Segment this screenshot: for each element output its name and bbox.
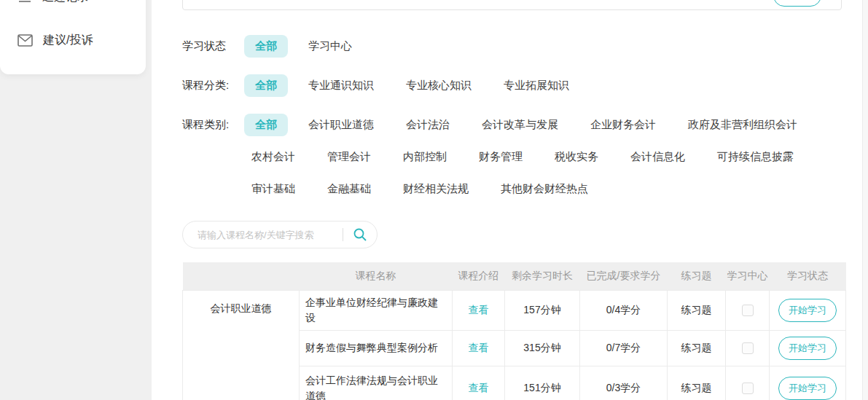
start-learning-button[interactable]: 开始学习 <box>778 337 837 360</box>
sidebar-item-label: 通过记录 <box>42 0 89 5</box>
course-search-box <box>182 221 378 248</box>
filter-option[interactable]: 其他财会财经热点 <box>501 182 588 196</box>
view-link[interactable]: 查看 <box>469 382 489 393</box>
exercise-cell: 练习题 <box>668 366 726 400</box>
filter-option[interactable]: 管理会计 <box>327 150 371 164</box>
filter-option[interactable]: 专业核心知识 <box>406 79 472 93</box>
course-intro-cell: 查看 <box>453 366 505 400</box>
status-cell: 开始学习 <box>770 366 846 400</box>
remaining-time-cell: 315分钟 <box>505 330 580 366</box>
filter-option[interactable]: 金融基础 <box>327 182 371 196</box>
filter-option[interactable]: 农村会计 <box>251 150 295 164</box>
sidebar-item-label: 建议/投诉 <box>43 33 93 48</box>
filter-options: 专业通识知识专业核心知识专业拓展知识 <box>308 79 569 93</box>
course-name-cell: 企事业单位财经纪律与廉政建设 <box>300 290 453 330</box>
course-intro-cell: 查看 <box>453 330 505 366</box>
course-name-cell: 会计工作法律法规与会计职业道德 <box>300 366 453 400</box>
exercise-cell: 练习题 <box>668 290 726 330</box>
start-learning-button[interactable]: 开始学习 <box>778 377 837 400</box>
status-cell: 开始学习 <box>770 290 846 330</box>
column-header: 练习题 <box>668 262 726 290</box>
remaining-time-cell: 157分钟 <box>505 290 580 330</box>
status-cell: 开始学习 <box>770 330 846 366</box>
table-body: 会计职业道德企事业单位财经纪律与廉政建设查看157分钟0/4学分练习题开始学习财… <box>183 290 846 400</box>
exercise-cell: 练习题 <box>668 330 726 366</box>
view-link[interactable]: 查看 <box>469 342 489 353</box>
filter-label: 课程类别: <box>182 118 244 132</box>
filter-option[interactable]: 财经相关法规 <box>403 182 469 196</box>
mail-icon <box>17 34 33 47</box>
learning-center-cell <box>726 330 770 366</box>
learning-center-cell <box>726 366 770 400</box>
view-link[interactable]: 查看 <box>469 304 489 315</box>
sidebar-item-records[interactable]: 通过记录 <box>17 0 89 5</box>
filter-row-category: 课程分类: 全部 专业通识知识专业核心知识专业拓展知识 <box>182 74 569 96</box>
filter-options: 学习中心 <box>308 39 352 53</box>
filter-option[interactable]: 会计法治 <box>406 118 450 132</box>
exercise-link[interactable]: 练习题 <box>681 382 712 393</box>
remaining-time-cell: 151分钟 <box>505 366 580 400</box>
exercise-link[interactable]: 练习题 <box>681 304 712 315</box>
filter-row-type-line2: 农村会计管理会计内部控制财务管理税收实务会计信息化可持续信息披露 <box>251 146 794 168</box>
course-name-cell: 财务造假与舞弊典型案例分析 <box>300 330 453 366</box>
column-header: 课程名称 <box>300 262 453 290</box>
filter-options: 会计职业道德会计法治会计改革与发展企业财务会计政府及非营利组织会计 <box>308 118 797 132</box>
filter-options: 审计基础金融基础财经相关法规其他财会财经热点 <box>251 182 588 196</box>
filter-option[interactable]: 专业拓展知识 <box>504 79 569 93</box>
course-table: 课程名称课程介绍剩余学习时长已完成/要求学分练习题学习中心学习状态 会计职业道德… <box>182 262 845 400</box>
column-header: 课程介绍 <box>453 262 505 290</box>
top-search-button[interactable] <box>773 0 821 7</box>
filter-option-selected[interactable]: 全部 <box>244 114 288 136</box>
table-row: 会计职业道德企事业单位财经纪律与廉政建设查看157分钟0/4学分练习题开始学习 <box>183 290 846 330</box>
sidebar-item-feedback[interactable]: 建议/投诉 <box>17 33 93 48</box>
filter-option[interactable]: 企业财务会计 <box>590 118 656 132</box>
list-icon <box>17 0 32 5</box>
filter-option[interactable]: 审计基础 <box>251 182 295 196</box>
filter-label: 课程分类: <box>182 79 244 93</box>
course-learning-page: 通过记录 建议/投诉 学习状态 全部 学习中心 课程分类: 全部 专业通识知识专… <box>0 0 868 400</box>
course-intro-cell: 查看 <box>453 290 505 330</box>
search-icon[interactable] <box>343 227 377 242</box>
filter-row-type: 课程类别: 全部 会计职业道德会计法治会计改革与发展企业财务会计政府及非营利组织… <box>182 114 797 136</box>
category-cell: 会计职业道德 <box>183 290 300 400</box>
filter-row-type-line3: 审计基础金融基础财经相关法规其他财会财经热点 <box>251 178 588 200</box>
scrollbar-track[interactable] <box>862 0 868 400</box>
credits-cell: 0/7学分 <box>580 330 668 366</box>
table-header-row: 课程名称课程介绍剩余学习时长已完成/要求学分练习题学习中心学习状态 <box>183 262 846 290</box>
credits-cell: 0/4学分 <box>580 290 668 330</box>
filter-option[interactable]: 会计改革与发展 <box>482 118 558 132</box>
start-learning-button[interactable]: 开始学习 <box>778 299 837 322</box>
column-header: 剩余学习时长 <box>505 262 580 290</box>
filter-option[interactable]: 税收实务 <box>555 150 598 164</box>
learning-center-checkbox[interactable] <box>742 305 754 316</box>
learning-center-checkbox[interactable] <box>742 383 754 394</box>
column-header: 已完成/要求学分 <box>580 262 668 290</box>
filter-option[interactable]: 学习中心 <box>308 39 352 53</box>
credits-cell: 0/3学分 <box>580 366 668 400</box>
column-header: 学习状态 <box>770 262 846 290</box>
filter-row-status: 学习状态 全部 学习中心 <box>182 35 352 57</box>
top-search-box[interactable] <box>182 0 842 10</box>
filter-option[interactable]: 会计信息化 <box>630 150 685 164</box>
filter-option[interactable]: 财务管理 <box>479 150 523 164</box>
learning-center-cell <box>726 290 770 330</box>
filter-option[interactable]: 会计职业道德 <box>308 118 374 132</box>
filter-option-selected[interactable]: 全部 <box>244 74 288 97</box>
column-header: 学习中心 <box>726 262 770 290</box>
filter-option[interactable]: 内部控制 <box>403 150 447 164</box>
filter-options: 农村会计管理会计内部控制财务管理税收实务会计信息化可持续信息披露 <box>251 150 794 164</box>
column-header <box>183 262 300 290</box>
filter-option-selected[interactable]: 全部 <box>244 35 288 58</box>
sidebar: 通过记录 建议/投诉 <box>0 0 146 74</box>
exercise-link[interactable]: 练习题 <box>681 342 712 353</box>
filter-option[interactable]: 可持续信息披露 <box>717 150 794 164</box>
learning-center-checkbox[interactable] <box>742 342 754 354</box>
filter-option[interactable]: 政府及非营利组织会计 <box>688 118 797 132</box>
filter-label: 学习状态 <box>182 39 244 53</box>
filter-option[interactable]: 专业通识知识 <box>308 79 374 93</box>
search-input[interactable] <box>183 230 343 240</box>
